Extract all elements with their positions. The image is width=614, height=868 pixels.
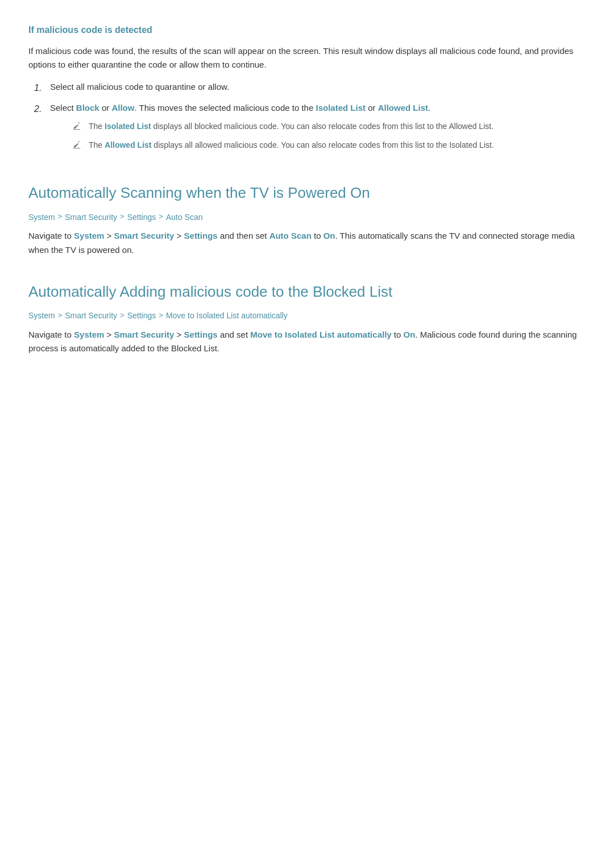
smart-security-link-s3[interactable]: Smart Security bbox=[114, 330, 175, 339]
settings-link-s2[interactable]: Settings bbox=[184, 231, 218, 240]
isolated-list-link-bullet[interactable]: Isolated List bbox=[105, 122, 151, 131]
breadcrumb-auto-scan: Auto Scan bbox=[166, 211, 203, 223]
allowed-list-link-step2[interactable]: Allowed List bbox=[378, 103, 428, 113]
steps-list: 1. Select all malicious code to quaranti… bbox=[34, 80, 586, 159]
breadcrumb-sep-5: > bbox=[120, 310, 125, 322]
system-link-s3[interactable]: System bbox=[74, 330, 104, 339]
bullet-list: The Isolated List displays all blocked m… bbox=[73, 121, 586, 153]
step-2-content: Select Block or Allow. This moves the se… bbox=[50, 101, 586, 159]
breadcrumb-sep-1: > bbox=[58, 211, 63, 223]
bullet-isolated-list: The Isolated List displays all blocked m… bbox=[73, 121, 586, 134]
auto-scan-link[interactable]: Auto Scan bbox=[269, 231, 312, 240]
bullet-allowed-list: The Allowed List displays all allowed ma… bbox=[73, 139, 586, 153]
allow-link[interactable]: Allow bbox=[111, 103, 134, 113]
section-auto-scan: Automatically Scanning when the TV is Po… bbox=[28, 181, 586, 257]
section3-heading: Automatically Adding malicious code to t… bbox=[28, 280, 586, 304]
step-1: 1. Select all malicious code to quaranti… bbox=[34, 80, 586, 95]
bullet-isolated-list-text: The Isolated List displays all blocked m… bbox=[89, 121, 493, 133]
on-link-s2[interactable]: On bbox=[323, 231, 335, 240]
breadcrumb-sep-4: > bbox=[58, 310, 63, 322]
step-2: 2. Select Block or Allow. This moves the… bbox=[34, 101, 586, 159]
breadcrumb-sep-2: > bbox=[120, 211, 125, 223]
step-2-number: 2. bbox=[34, 101, 50, 117]
breadcrumb-sep-3: > bbox=[159, 211, 163, 223]
breadcrumb-move-isolated: Move to Isolated List automatically bbox=[166, 309, 288, 322]
step-1-number: 1. bbox=[34, 80, 50, 95]
section-blocked-list: Automatically Adding malicious code to t… bbox=[28, 280, 586, 356]
breadcrumb-smart-security-1: Smart Security bbox=[65, 211, 117, 223]
move-isolated-link[interactable]: Move to Isolated List automatically bbox=[250, 330, 391, 339]
breadcrumb-settings-2: Settings bbox=[127, 309, 156, 322]
section3-body: Navigate to System > Smart Security > Se… bbox=[28, 328, 586, 356]
pencil-icon-2 bbox=[73, 139, 85, 153]
allowed-list-link-bullet[interactable]: Allowed List bbox=[105, 140, 151, 149]
section1-heading: If malicious code is detected bbox=[28, 23, 586, 38]
breadcrumb-system-1: System bbox=[28, 211, 55, 223]
section2-body: Navigate to System > Smart Security > Se… bbox=[28, 229, 586, 258]
isolated-list-link-step2[interactable]: Isolated List bbox=[316, 103, 366, 113]
section1-intro: If malicious code was found, the results… bbox=[28, 44, 586, 73]
on-link-s3[interactable]: On bbox=[404, 330, 416, 339]
section2-heading: Automatically Scanning when the TV is Po… bbox=[28, 181, 586, 205]
step-1-content: Select all malicious code to quarantine … bbox=[50, 80, 586, 94]
block-link[interactable]: Block bbox=[76, 103, 99, 113]
breadcrumb-settings-1: Settings bbox=[127, 211, 156, 223]
smart-security-link-s2[interactable]: Smart Security bbox=[114, 231, 175, 240]
breadcrumb-sep-6: > bbox=[159, 310, 163, 322]
bullet-allowed-list-text: The Allowed List displays all allowed ma… bbox=[89, 139, 494, 152]
settings-link-s3[interactable]: Settings bbox=[184, 330, 218, 339]
section-malicious-detected: If malicious code is detected If malicio… bbox=[28, 23, 586, 159]
pencil-icon-1 bbox=[73, 121, 85, 134]
breadcrumb-system-2: System bbox=[28, 309, 55, 322]
system-link-s2[interactable]: System bbox=[74, 231, 104, 240]
breadcrumb-smart-security-2: Smart Security bbox=[65, 309, 117, 322]
section2-breadcrumb: System > Smart Security > Settings > Aut… bbox=[28, 211, 586, 223]
section3-breadcrumb: System > Smart Security > Settings > Mov… bbox=[28, 309, 586, 322]
